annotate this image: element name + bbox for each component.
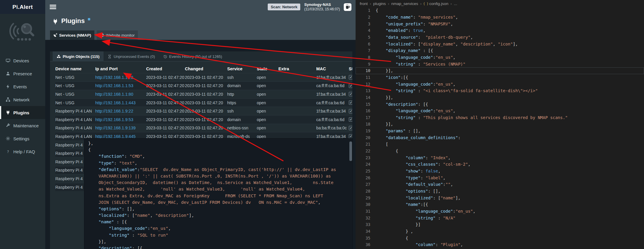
plugins-docs-link[interactable] — [88, 18, 90, 20]
table-cell: netbios-ssn — [227, 126, 257, 130]
breadcrumb-item-front[interactable]: front — [360, 1, 368, 6]
hamburger-menu-icon[interactable] — [50, 5, 56, 9]
overlay-code-line: JOIN (SELECT dev_Name, dev_MAC, dev_Last… — [88, 200, 351, 206]
sidebar-item-plugins[interactable]: Plugins — [0, 106, 45, 119]
line-number: 2 — [356, 15, 370, 19]
ip-port-link[interactable]: http://192.168.1.9:22 — [95, 109, 146, 113]
code-line-text: }], — [376, 122, 393, 126]
sidebar-item-settings[interactable]: Settings — [0, 132, 45, 145]
ip-port-link[interactable]: http://192.168.1.1:22 — [95, 75, 146, 80]
svg-text:{ }: { } — [424, 2, 428, 5]
table-row: Raspberry Pi 4 LANhttp://192.168.1.9:532… — [55, 115, 352, 124]
breadcrumb-item-nmap-services[interactable]: nmap_services — [391, 1, 418, 6]
line-number: 31 — [356, 209, 370, 214]
line-number: 15 — [356, 102, 370, 107]
code-line: 25 "show": false, — [356, 168, 644, 175]
code-line-text: "language_code":"en_us", — [376, 55, 456, 60]
overlay-code-line: "localized": ["name", "description"], — [88, 213, 351, 219]
column-header-service[interactable]: Service — [227, 66, 257, 71]
code-line-text: }] — [376, 222, 421, 227]
ip-port-link[interactable]: http://192.168.1.1:53 — [95, 83, 146, 88]
table-cell: open — [257, 109, 278, 113]
table-cell: http — [227, 92, 257, 97]
overlay-code-line: "string" : "SQL to run" — [88, 233, 351, 239]
column-header-mac[interactable]: MAC — [316, 66, 349, 71]
breadcrumb-label: nmap_services — [391, 1, 418, 6]
table-cell: open — [257, 83, 278, 88]
ip-port-link[interactable]: http://192.168.1.9:139 — [95, 126, 146, 130]
subtab-events-history-50-out-of-1265[interactable]: Events History (50 out of 1265) — [159, 51, 226, 61]
devices-icon — [6, 58, 10, 63]
column-header-stat[interactable]: Stat — [349, 66, 352, 71]
sidebar-menu: DevicesPresenceEventsNetworkPluginsMaint… — [0, 54, 45, 158]
code-line-text: "params" : [], — [376, 128, 421, 133]
braces-icon: { } — [424, 1, 428, 6]
breadcrumb-item-config-json[interactable]: { }config.json — [424, 1, 448, 6]
status-checkbox[interactable]: ✓ — [349, 84, 352, 88]
column-header-extra[interactable]: Extra — [278, 66, 316, 71]
line-number: 3 — [356, 22, 370, 26]
column-header-device-name[interactable]: Device name — [55, 66, 95, 71]
code-line-text: "enabled": true, — [376, 28, 426, 33]
code-line: 4 "enabled": true, — [356, 27, 644, 34]
code-line-text: "column": "Plugin", — [376, 242, 463, 247]
status-checkbox[interactable]: ✓ — [349, 100, 352, 105]
line-number: 16 — [356, 108, 370, 113]
line-number: 10 — [356, 68, 370, 73]
editor-code[interactable]: 1{2 "code_name": "nmap_services",3 "uniq… — [356, 7, 644, 248]
breadcrumb-item-plugins[interactable]: plugins — [373, 1, 386, 6]
table-cell: Net - USG — [55, 83, 95, 88]
code-line-text: "data_source": "pialert-db-query", — [376, 35, 473, 40]
code-line-text: "string" : "<i class=\"fa-solid fa-satel… — [376, 88, 538, 93]
sidebar-item-maintenance[interactable]: Maintenance — [0, 119, 45, 132]
ip-port-link[interactable]: http://192.168.1.9:53 — [95, 117, 146, 122]
sidebar-item-devices[interactable]: Devices — [0, 54, 45, 67]
code-line: 18 }], — [356, 121, 644, 128]
code-line: 23 "column": "Index", — [356, 154, 644, 161]
subtab-plugin-objects-115[interactable]: Plugin Objects (115) — [53, 51, 104, 61]
sidebar-item-network[interactable]: Network — [0, 93, 45, 106]
overlay-scrollbar-thumb[interactable] — [349, 141, 352, 161]
column-header-state[interactable]: State — [257, 66, 278, 71]
code-line: 10 }], — [356, 67, 644, 74]
table-cell: 2023-03-11 02:47:20 — [146, 126, 185, 130]
brand-logo[interactable]: Pi.Alert — [0, 0, 45, 14]
subtab-unprocessed-events-0[interactable]: Unprocessed Events (0) — [104, 51, 159, 61]
sidebar-item-presence[interactable]: Presence — [0, 67, 45, 80]
tab-website-monitor[interactable]: Website monitor — [97, 30, 138, 40]
line-number: 36 — [356, 242, 370, 247]
status-checkbox[interactable]: ✓ — [349, 109, 352, 113]
breadcrumb-item-[interactable]: ... — [454, 1, 457, 6]
subtab-label: Plugin Objects (115) — [63, 54, 99, 59]
table-cell: 2023-03-11 02:47:20 — [146, 109, 185, 113]
column-header-changed[interactable]: Changed — [185, 66, 227, 71]
ip-port-link[interactable]: http://192.168.1.9:445 — [95, 134, 146, 139]
tab-services-nmap[interactable]: Services (NMAP) — [50, 30, 94, 40]
help-icon: ? — [6, 149, 10, 154]
checkbox-icon: ✓ — [349, 92, 352, 96]
tab-label: Website monitor — [106, 33, 135, 38]
ip-port-link[interactable]: http://192.168.1.1:443 — [95, 100, 146, 105]
table-cell: Raspberry Pi 4 LAN — [55, 134, 95, 139]
column-header-ip-and-port[interactable]: Ip and Port — [95, 66, 146, 71]
status-checkbox[interactable]: ✓ — [349, 92, 352, 96]
overlay-scrollbar[interactable] — [349, 139, 352, 248]
overlay-code-line: { — [88, 147, 351, 154]
code-line: 8 "language_code":"en_us", — [356, 54, 644, 61]
line-number: 20 — [356, 135, 370, 140]
status-checkbox[interactable]: ✓ — [349, 75, 352, 79]
sidebar-item-help-faq[interactable]: ?Help / FAQ — [0, 145, 45, 158]
sidebar-item-label: Presence — [13, 71, 32, 76]
status-checkbox[interactable]: ✓ — [349, 134, 352, 139]
column-header-created[interactable]: Created — [146, 66, 185, 71]
presence-icon — [6, 71, 10, 76]
status-checkbox[interactable]: ✓ — [349, 117, 352, 122]
overlay-code: },{ "function": "CMD", "type": "text", "… — [84, 139, 352, 249]
ip-port-link[interactable]: http://192.168.1.1:80 — [95, 92, 146, 97]
table-header: Device nameIp and PortCreatedChangedServ… — [55, 65, 352, 73]
overlay-code-line: "description": [{ — [88, 246, 351, 249]
code-line-text: "localized": ["name"], — [376, 196, 461, 200]
status-checkbox[interactable]: ✓ — [349, 126, 352, 130]
sidebar-item-events[interactable]: Events — [0, 80, 45, 93]
coffee-donate-icon[interactable] — [344, 3, 351, 11]
